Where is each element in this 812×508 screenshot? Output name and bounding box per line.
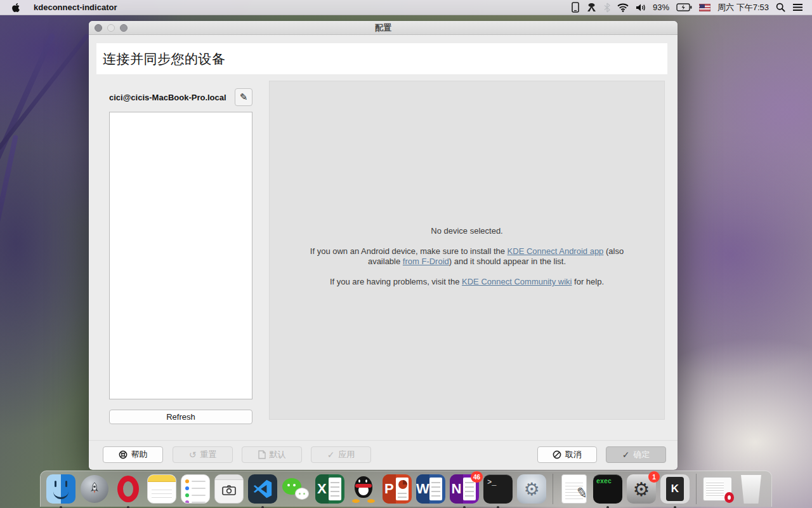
check-icon: ✓: [622, 450, 630, 459]
exec-terminal-icon: exec: [593, 474, 622, 504]
settings-badge: 1: [648, 471, 660, 483]
window-title-bar[interactable]: 配置: [89, 21, 678, 35]
dock-item-exec-terminal[interactable]: exec: [593, 474, 622, 504]
device-detail-panel: No device selected. If you own an Androi…: [269, 81, 665, 420]
dialog-button-row: 帮助 ↺ 重置 默认 ✓ 应用 取消 ✓ 确定: [89, 440, 678, 469]
window-body: 连接并同步您的设备 cici@cicis-MacBook-Pro.local ✎…: [89, 35, 678, 469]
apple-menu-icon[interactable]: [11, 2, 21, 13]
help-button-label: 帮助: [131, 449, 148, 460]
battery-charging-icon[interactable]: [676, 3, 692, 11]
menu-bar: kdeconnect-indicator 93% 周六 下午7:53: [0, 0, 812, 15]
dock-item-kdeconnect[interactable]: K: [660, 474, 690, 504]
minimize-window-button[interactable]: [107, 24, 115, 32]
bluetooth-icon[interactable]: [604, 3, 610, 13]
text-fragment: ) and it should appear in the list.: [449, 257, 566, 266]
trash-icon: [739, 474, 763, 504]
local-device-name: cici@cicis-MacBook-Pro.local: [109, 93, 226, 102]
cloud-mountain-indicator-icon[interactable]: [586, 3, 597, 13]
wiki-help-text: If you are having problems, visit the KD…: [305, 277, 629, 287]
phone-indicator-icon[interactable]: [572, 2, 579, 13]
minimized-opera-window-thumbnail: [703, 477, 732, 501]
dock-item-word[interactable]: W: [416, 474, 445, 504]
notes-icon: [147, 474, 176, 504]
dock-item-screenshot[interactable]: [214, 474, 244, 504]
dock-item-system-preferences[interactable]: ⚙: [517, 474, 546, 504]
lifebuoy-icon: [119, 450, 128, 459]
wechat-icon: [282, 474, 311, 504]
help-button[interactable]: 帮助: [103, 446, 163, 463]
window-title: 配置: [375, 22, 391, 34]
active-app-menu[interactable]: kdeconnect-indicator: [34, 3, 117, 12]
no-device-text: No device selected.: [305, 226, 629, 236]
local-device-row: cici@cicis-MacBook-Pro.local ✎: [109, 88, 252, 106]
opera-badge-icon: [724, 492, 734, 503]
text-fragment: for help.: [572, 277, 604, 286]
dock-item-opera[interactable]: [114, 474, 143, 504]
close-window-button[interactable]: [95, 24, 102, 32]
apply-button-label: 应用: [338, 449, 355, 460]
notification-center-icon[interactable]: [792, 3, 803, 11]
reset-button: ↺ 重置: [173, 446, 233, 463]
menu-bar-clock[interactable]: 周六 下午7:53: [717, 2, 769, 13]
rename-device-button[interactable]: ✎: [235, 88, 252, 106]
cancel-icon: [553, 450, 561, 459]
finder-icon: [46, 474, 75, 504]
dock-item-qq[interactable]: [349, 474, 378, 504]
dock-item-onenote[interactable]: 46 N: [450, 474, 479, 504]
wallpaper-stem: [0, 135, 18, 297]
page-header: 连接并同步您的设备: [96, 43, 667, 74]
excel-icon: X: [315, 474, 344, 504]
reset-button-label: 重置: [200, 449, 216, 460]
dock-item-trash[interactable]: [737, 474, 766, 504]
empty-state-message: No device selected. If you own an Androi…: [270, 81, 664, 287]
cancel-button[interactable]: 取消: [537, 446, 597, 463]
system-preferences-gear-icon: ⚙: [517, 474, 546, 504]
dock-item-textedit[interactable]: ✎: [560, 474, 589, 504]
kdeconnect-phone-icon: K: [660, 474, 690, 504]
dock-divider: [553, 474, 553, 504]
pencil-icon: ✎: [240, 91, 248, 103]
onenote-badge: 46: [471, 471, 483, 483]
terminal-icon: >_: [483, 474, 513, 504]
textedit-icon: ✎: [561, 474, 587, 504]
cancel-button-label: 取消: [565, 449, 582, 460]
dock-item-excel[interactable]: X: [315, 474, 344, 504]
check-icon: ✓: [327, 450, 335, 459]
refresh-button[interactable]: Refresh: [109, 410, 252, 424]
dock-item-finder[interactable]: [46, 474, 75, 504]
dock-item-notes[interactable]: [147, 474, 176, 504]
dock-item-powerpoint[interactable]: P: [383, 474, 412, 504]
page-title: 连接并同步您的设备: [103, 50, 226, 68]
screenshot-camera-icon: [214, 474, 244, 504]
refresh-button-label: Refresh: [166, 412, 195, 422]
dock-item-wechat[interactable]: [282, 474, 311, 504]
spotlight-search-icon[interactable]: [776, 3, 785, 12]
defaults-button-label: 默认: [270, 449, 286, 460]
dock: X P W 46 N >_ ⚙ ✎: [40, 471, 772, 507]
undo-icon: ↺: [189, 450, 197, 459]
battery-percentage[interactable]: 93%: [653, 3, 669, 12]
wifi-icon[interactable]: [617, 3, 629, 12]
volume-icon[interactable]: [636, 3, 646, 12]
powerpoint-icon: P: [383, 474, 412, 504]
f-droid-link[interactable]: from F-Droid: [403, 257, 449, 266]
zoom-window-button[interactable]: [120, 24, 128, 32]
text-fragment: If you own an Android device, make sure …: [310, 246, 508, 256]
dock-item-reminders[interactable]: [181, 474, 210, 504]
dock-item-settings-gear[interactable]: 1 ⚙: [627, 474, 656, 504]
dock-divider: [696, 474, 697, 504]
qq-penguin-icon: [351, 475, 376, 503]
kde-connect-android-app-link[interactable]: KDE Connect Android app: [508, 246, 604, 256]
ok-button-label: 确定: [633, 449, 650, 460]
dock-item-minimized-window[interactable]: [703, 474, 732, 504]
defaults-button: 默认: [242, 446, 302, 463]
ok-button[interactable]: ✓ 确定: [606, 446, 666, 463]
input-language-flag-icon[interactable]: [699, 4, 710, 11]
apply-button: ✓ 应用: [311, 446, 371, 463]
dock-item-launchpad[interactable]: [80, 474, 109, 504]
device-list[interactable]: [109, 112, 252, 399]
launchpad-rocket-icon: [81, 475, 108, 503]
dock-item-terminal[interactable]: >_: [483, 474, 513, 504]
dock-item-vscode[interactable]: [248, 474, 277, 504]
community-wiki-link[interactable]: KDE Connect Community wiki: [462, 277, 572, 286]
